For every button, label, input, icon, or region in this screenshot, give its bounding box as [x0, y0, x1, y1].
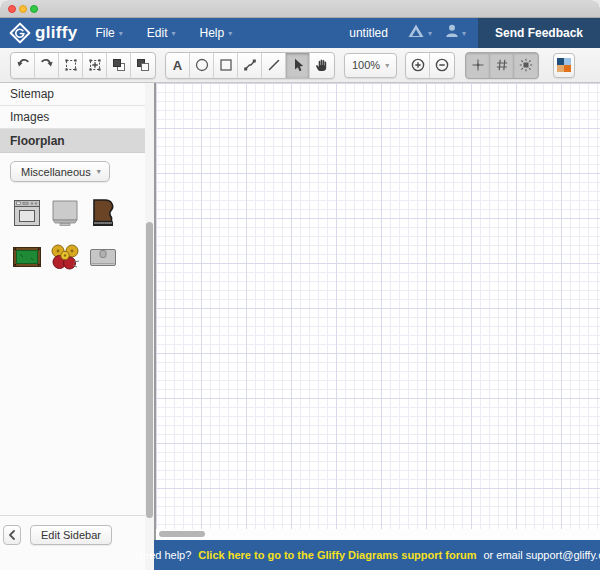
shape-grid — [10, 196, 132, 274]
grid-options-group — [465, 52, 539, 79]
main-area: Sitemap Images Floorplan Miscellaneous ▾ — [0, 83, 600, 570]
ellipse-icon — [194, 57, 210, 73]
menu-bar: File ▾ Edit ▾ Help ▾ — [95, 26, 232, 40]
zoom-level-value: 100% — [352, 59, 380, 71]
drum-set-icon — [49, 241, 81, 273]
document-title[interactable]: untitled — [349, 26, 388, 40]
google-drive-menu[interactable]: ▾ — [406, 23, 432, 43]
pan-tool-button[interactable] — [310, 53, 334, 78]
category-dropdown-button[interactable]: Miscellaneous ▾ — [10, 161, 110, 182]
sidebar-section-floorplan[interactable]: Floorplan — [0, 129, 145, 153]
shape-grand-piano[interactable] — [86, 196, 120, 230]
text-tool-icon: A — [173, 58, 182, 73]
help-footer: Need help? Click here to go to the Gliff… — [154, 540, 600, 570]
sidebar-footer: Edit Sidebar — [0, 515, 145, 570]
shape-flat-screen-tv[interactable] — [48, 196, 82, 230]
sidebar-section-sitemap[interactable]: Sitemap — [0, 83, 145, 106]
sidebar-section-images[interactable]: Images — [0, 106, 145, 129]
menu-edit[interactable]: Edit ▾ — [147, 26, 176, 40]
zoom-in-button[interactable] — [406, 53, 430, 78]
gliffy-logo: gliffy — [8, 21, 77, 45]
send-to-back-button[interactable] — [131, 53, 155, 78]
chevron-down-icon: ▾ — [462, 29, 466, 38]
need-help-label: Need help? — [135, 549, 191, 561]
support-forum-link[interactable]: Click here to go to the Gliffy Diagrams … — [198, 549, 476, 561]
minimize-window-button[interactable] — [19, 5, 27, 13]
connector-tool-button[interactable] — [238, 53, 262, 78]
chevron-down-icon: ▾ — [428, 29, 432, 38]
line-tool-button[interactable] — [262, 53, 286, 78]
zoom-in-icon — [410, 57, 426, 73]
chevron-down-icon: ▾ — [97, 167, 101, 176]
drawing-canvas[interactable] — [156, 83, 600, 529]
shape-pool-table[interactable] — [10, 240, 44, 274]
pointer-tool-button[interactable] — [286, 53, 310, 78]
history-group — [10, 52, 156, 79]
zoom-buttons-group — [405, 52, 455, 79]
zoom-level-dropdown[interactable]: 100% ▾ — [344, 53, 397, 78]
undo-icon — [15, 57, 31, 73]
chevron-down-icon: ▾ — [385, 61, 389, 70]
snap-to-grid-button[interactable] — [514, 53, 538, 78]
sidebar-scrollbar-track[interactable] — [145, 83, 154, 570]
shape-stove[interactable] — [10, 196, 44, 230]
bring-to-front-icon — [111, 57, 127, 73]
shape-drum-set[interactable] — [48, 240, 82, 274]
collapse-sidebar-button[interactable] — [3, 525, 21, 545]
bench-icon — [87, 241, 119, 273]
edit-sidebar-button[interactable]: Edit Sidebar — [30, 525, 112, 545]
zoom-out-button[interactable] — [430, 53, 454, 78]
rectangle-tool-button[interactable] — [214, 53, 238, 78]
titlebar — [0, 0, 600, 18]
transform-icon — [87, 57, 103, 73]
drawing-guides-button[interactable] — [466, 53, 490, 78]
gliffy-logo-icon — [8, 21, 32, 45]
undo-button[interactable] — [11, 53, 35, 78]
pointer-icon — [290, 57, 306, 73]
grid-icon — [494, 57, 510, 73]
zoom-out-icon — [434, 57, 450, 73]
stove-icon — [11, 197, 43, 229]
menu-help[interactable]: Help ▾ — [199, 26, 232, 40]
send-to-back-icon — [135, 57, 151, 73]
chevron-down-icon: ▾ — [119, 29, 123, 38]
menu-file[interactable]: File ▾ — [95, 26, 122, 40]
chevron-down-icon: ▾ — [228, 29, 232, 38]
gliffy-window: gliffy File ▾ Edit ▾ Help ▾ untitled — [0, 0, 600, 570]
select-area-button[interactable] — [59, 53, 83, 78]
theme-colors-icon — [557, 58, 571, 72]
rectangle-icon — [218, 57, 234, 73]
logo-wordmark: gliffy — [35, 23, 77, 43]
marquee-select-icon — [63, 57, 79, 73]
app-header: gliffy File ▾ Edit ▾ Help ▾ untitled — [0, 18, 600, 48]
text-tool-button[interactable]: A — [166, 53, 190, 78]
shape-library-sidebar: Sitemap Images Floorplan Miscellaneous ▾ — [0, 83, 145, 570]
connector-icon — [242, 57, 258, 73]
theme-colors-button[interactable] — [553, 53, 575, 78]
canvas-hscrollbar-thumb[interactable] — [159, 531, 205, 537]
guides-icon — [470, 57, 486, 73]
hand-icon — [314, 57, 330, 73]
grand-piano-icon — [87, 197, 119, 229]
canvas-hscrollbar-track[interactable] — [156, 529, 600, 540]
send-feedback-button[interactable]: Send Feedback — [478, 18, 600, 48]
chevron-down-icon: ▾ — [171, 29, 175, 38]
show-grid-button[interactable] — [490, 53, 514, 78]
close-window-button[interactable] — [8, 5, 16, 13]
flat-screen-tv-icon — [49, 197, 81, 229]
support-email-text: or email support@gliffy.com — [483, 549, 600, 561]
toolbar: A — [0, 48, 600, 83]
redo-icon — [39, 57, 55, 73]
transform-button[interactable] — [83, 53, 107, 78]
google-drive-icon — [406, 23, 426, 43]
bring-to-front-button[interactable] — [107, 53, 131, 78]
draw-tools-group: A — [165, 52, 335, 79]
zoom-window-button[interactable] — [30, 5, 38, 13]
shape-bench[interactable] — [86, 240, 120, 274]
chevron-left-icon — [8, 530, 16, 540]
account-menu[interactable]: ▾ — [444, 23, 466, 43]
redo-button[interactable] — [35, 53, 59, 78]
user-icon — [444, 23, 460, 43]
ellipse-tool-button[interactable] — [190, 53, 214, 78]
sidebar-scrollbar-thumb[interactable] — [146, 222, 153, 518]
